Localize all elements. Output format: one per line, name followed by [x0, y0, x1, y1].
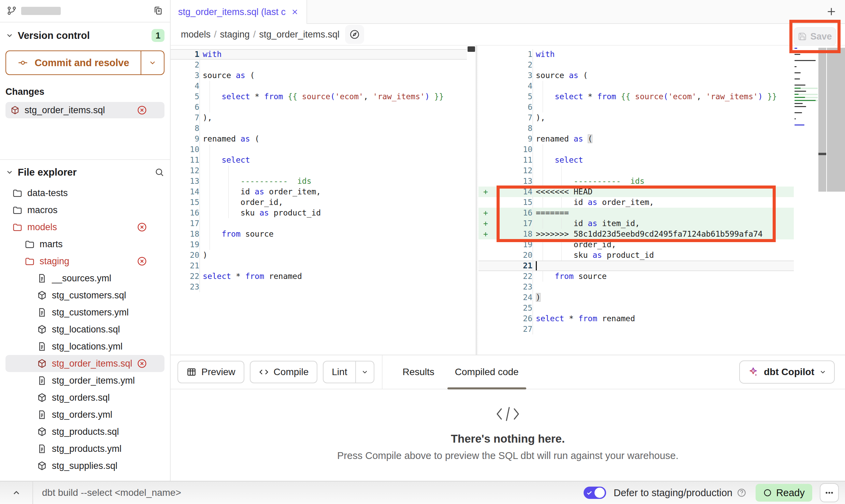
tab-results[interactable]: Results [392, 355, 444, 389]
close-icon[interactable] [291, 8, 299, 16]
copy-icon[interactable] [153, 6, 163, 16]
file-tree-item[interactable]: models [5, 219, 164, 236]
file-tree-item[interactable]: macros [5, 202, 164, 219]
code-line[interactable]: 16 sku as product_id [171, 208, 467, 218]
new-tab-button[interactable] [825, 5, 837, 18]
code-line[interactable]: 3source as ( [171, 70, 467, 81]
code-line[interactable]: 6 [171, 102, 467, 113]
code-line[interactable]: 13 ---------- ids [478, 176, 794, 187]
editor-pane-original[interactable]: 1with23source as (45 select * from {{ so… [171, 46, 476, 355]
file-tree-item[interactable]: stg_customers.yml [5, 304, 164, 321]
lineage-button[interactable] [345, 25, 364, 44]
file-tree-item[interactable]: marts [5, 236, 164, 253]
code-line[interactable]: +14<<<<<<< HEAD [478, 187, 794, 197]
code-line[interactable]: 10 [171, 144, 467, 155]
code-line[interactable]: +18>>>>>>> 58c1dd23d5eebd9cd2495fa7124ab… [478, 229, 794, 239]
code-line[interactable]: 24) [478, 292, 794, 303]
code-line[interactable]: 19 order_id, [478, 239, 794, 250]
code-line[interactable]: 11 select [171, 155, 467, 165]
compile-button[interactable]: Compile [250, 361, 318, 383]
code-line[interactable]: 5 select * from {{ source('ecom', 'raw_i… [478, 91, 794, 102]
file-tree-item[interactable]: stg_order_items.yml [5, 372, 164, 389]
file-explorer-header[interactable]: File explorer [5, 165, 164, 180]
code-line[interactable]: 20 sku as product_id [478, 250, 794, 261]
commit-button[interactable]: Commit and resolve [5, 50, 164, 75]
code-line[interactable]: 7), [171, 113, 467, 123]
file-tree-item[interactable]: stg_locations.yml [5, 338, 164, 355]
file-tree-item[interactable]: stg_orders.sql [5, 389, 164, 406]
code-line[interactable]: 23 [171, 282, 467, 292]
file-tree-item[interactable]: stg_locations.sql [5, 321, 164, 338]
commit-dropdown-button[interactable] [141, 51, 164, 74]
code-line[interactable]: 2 [171, 60, 467, 70]
code-line[interactable]: 10 [478, 144, 794, 155]
overflow-menu-button[interactable] [820, 483, 839, 502]
search-icon[interactable] [154, 167, 164, 177]
code-line[interactable]: 8 [478, 123, 794, 134]
code-line[interactable]: 9renamed as ( [478, 134, 794, 144]
code-line[interactable]: 2 [478, 60, 794, 70]
code-line[interactable]: 17 [171, 218, 467, 229]
code-line[interactable]: 26select * from renamed [478, 313, 794, 324]
code-line[interactable]: 19 [171, 239, 467, 250]
code-line[interactable]: 1with [478, 49, 794, 60]
code-line[interactable]: 27 [478, 324, 794, 335]
code-line[interactable]: 12 [478, 165, 794, 176]
file-tree-item[interactable]: stg_supplies.sql [5, 457, 164, 474]
version-control-header[interactable]: Version control 1 [5, 28, 164, 43]
changed-file-row[interactable]: stg_order_items.sql [5, 102, 164, 118]
code-line[interactable]: 15 id as order_item, [478, 197, 794, 208]
code-line[interactable]: 15 order_id, [171, 197, 467, 208]
defer-toggle[interactable] [584, 487, 606, 499]
remove-icon[interactable] [137, 105, 147, 116]
code-line[interactable]: 6 [478, 102, 794, 113]
preview-button[interactable]: Preview [177, 361, 244, 383]
command-input[interactable]: dbt build --select <model_name> [42, 487, 181, 498]
code-line[interactable]: +16======= [478, 208, 794, 218]
lint-dropdown-button[interactable] [355, 361, 374, 383]
file-tree-item[interactable]: __sources.yml [5, 270, 164, 287]
code-line[interactable]: 21 [478, 261, 794, 271]
remove-icon[interactable] [137, 222, 147, 233]
code-line[interactable]: 25 [478, 303, 794, 313]
scrollbar-thumb[interactable] [818, 153, 826, 155]
save-button[interactable]: Save [794, 27, 836, 46]
code-line[interactable]: 14 id as order_item, [171, 187, 467, 197]
file-tree-item[interactable]: stg_products.sql [5, 423, 164, 440]
code-line[interactable]: 20) [171, 250, 467, 261]
file-tree-item[interactable]: stg_orders.yml [5, 406, 164, 423]
help-icon[interactable] [736, 488, 747, 498]
code-line[interactable]: 22select * from renamed [171, 271, 467, 282]
editor-pane-current[interactable]: 1with23source as (45 select * from {{ so… [478, 46, 845, 355]
code-line[interactable]: 18 from source [171, 229, 467, 239]
code-line[interactable]: 3source as ( [478, 70, 794, 81]
code-line[interactable]: 21 [171, 261, 467, 271]
minimap-slider-track[interactable] [818, 48, 826, 192]
editor-tab[interactable]: stg_order_items.sql (last c... [171, 0, 307, 24]
code-line[interactable]: 4 [171, 81, 467, 91]
file-tree-item[interactable]: stg_customers.sql [5, 287, 164, 304]
tab-compiled-code[interactable]: Compiled code [445, 355, 529, 389]
pane-divider[interactable] [476, 46, 478, 355]
code-line[interactable]: 8 [171, 123, 467, 134]
minimap[interactable] [794, 48, 818, 131]
file-tree-item[interactable]: stg_order_items.sql [5, 355, 164, 372]
code-line[interactable]: 7), [478, 113, 794, 123]
command-bar-expand-button[interactable] [0, 481, 33, 504]
remove-icon[interactable] [137, 358, 147, 369]
scrollbar-track[interactable] [827, 48, 845, 192]
code-line[interactable]: 5 select * from {{ source('ecom', 'raw_i… [171, 91, 467, 102]
lint-button[interactable]: Lint [324, 361, 355, 383]
code-line[interactable]: 11 select [478, 155, 794, 165]
code-line[interactable]: +17 id as item_id, [478, 218, 794, 229]
file-tree-item[interactable]: stg_products.yml [5, 440, 164, 457]
code-line[interactable]: 9renamed as ( [171, 134, 467, 144]
code-line[interactable]: 1with [171, 49, 467, 60]
file-tree-item[interactable]: staging [5, 253, 164, 270]
code-line[interactable]: 4 [478, 81, 794, 91]
code-line[interactable]: 12 [171, 165, 467, 176]
dbt-copilot-button[interactable]: dbt Copilot [739, 360, 835, 384]
code-line[interactable]: 23 [478, 282, 794, 292]
scrollbar-thumb[interactable] [468, 46, 475, 52]
file-tree-item[interactable]: data-tests [5, 184, 164, 202]
